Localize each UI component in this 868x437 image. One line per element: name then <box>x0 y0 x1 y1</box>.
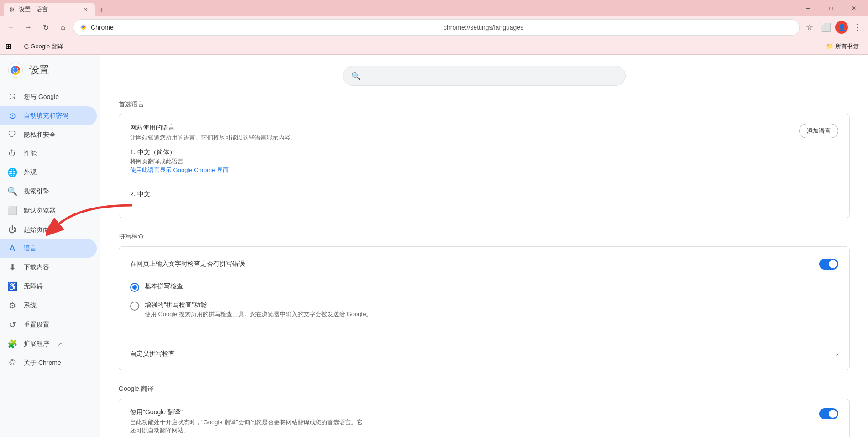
enhanced-spellcheck-radio[interactable] <box>130 302 139 311</box>
sidebar-item-performance[interactable]: ⏱ 性能 <box>0 144 97 163</box>
chrome-label: Chrome <box>91 24 440 31</box>
titlebar: ⚙ 设置 - 语言 ✕ + ─ □ ✕ <box>0 0 868 16</box>
forward-button[interactable]: → <box>21 20 36 35</box>
about-icon: © <box>7 358 17 368</box>
sidebar-item-browser[interactable]: ⬜ 默认浏览器 <box>0 201 97 220</box>
menu-icon[interactable]: ⋮ <box>850 20 864 35</box>
website-language-card: 网站使用的语言 让网站知道您所用的语言。它们将尽可能以这些语言显示内容。 添加语… <box>119 114 850 218</box>
new-tab-button[interactable]: + <box>95 4 108 16</box>
basic-spellcheck-radio[interactable] <box>130 283 139 292</box>
reload-button[interactable]: ↻ <box>38 20 53 35</box>
autofill-icon: ⊙ <box>7 111 17 121</box>
apps-icon[interactable]: ⊞ <box>5 42 11 51</box>
bm-all-bookmarks[interactable]: 📁 所有书签 <box>822 41 863 52</box>
sidebar-item-accessibility[interactable]: ♿ 无障碍 <box>0 277 97 296</box>
extensions-sidebar-icon: 🧩 <box>7 339 17 349</box>
lang-item-2-content: 2. 中文 <box>130 190 824 199</box>
svg-point-3 <box>13 68 18 73</box>
performance-icon: ⏱ <box>7 149 17 158</box>
gt-toggle-row: 使用"Google 翻译" 当此功能处于开启状态时，"Google 翻译"会询问… <box>130 408 838 435</box>
all-bookmarks-label: 所有书签 <box>835 42 859 51</box>
bm-google-icon: G <box>24 43 29 50</box>
spellcheck-title: 拼写检查 <box>119 233 850 241</box>
lang-2-menu-button[interactable]: ⋮ <box>824 187 838 202</box>
lang-2-num-name: 2. 中文 <box>130 190 824 198</box>
sidebar-item-google[interactable]: G 您与 Google <box>0 88 97 106</box>
home-button[interactable]: ⌂ <box>56 20 70 35</box>
basic-spellcheck-option[interactable]: 基本拼写检查 <box>130 278 838 297</box>
bookmark-star-icon[interactable]: ☆ <box>802 20 817 35</box>
gt-card-desc: 当此功能处于开启状态时，"Google 翻译"会询问您是否要将网站翻译成您的首选… <box>130 418 367 435</box>
maximize-button[interactable]: □ <box>821 0 842 16</box>
gt-card-title: 使用"Google 翻译" <box>130 408 367 416</box>
settings-title: 设置 <box>29 63 49 77</box>
active-tab[interactable]: ⚙ 设置 - 语言 ✕ <box>4 3 95 16</box>
chevron-right-icon: › <box>836 350 838 358</box>
basic-spellcheck-label: 基本拼写检查 <box>145 282 183 291</box>
spellcheck-toggle-knob <box>829 260 837 268</box>
profile-icon[interactable]: 👤 <box>835 21 848 34</box>
google-translate-card: 使用"Google 翻译" 当此功能处于开启状态时，"Google 翻译"会询问… <box>119 399 850 437</box>
gt-text: 使用"Google 翻译" 当此功能处于开启状态时，"Google 翻译"会询问… <box>130 408 367 435</box>
sidebar-item-privacy[interactable]: 🛡 隐私和安全 <box>0 125 97 144</box>
toolbar-icons: ☆ ⬜ 👤 ⋮ <box>802 20 864 35</box>
sidebar-item-about[interactable]: © 关于 Chrome <box>0 354 97 372</box>
lang-1-menu-button[interactable]: ⋮ <box>824 154 838 169</box>
minimize-button[interactable]: ─ <box>798 0 819 16</box>
close-button[interactable]: ✕ <box>843 0 864 16</box>
bm-google-translate[interactable]: G Google 翻译 <box>20 41 67 52</box>
sidebar-label-accessibility: 无障碍 <box>24 282 43 291</box>
content-area: 🔍 首选语言 网站使用的语言 让网站知道您所用的语言。它们将尽可能以这些语言显示… <box>100 55 868 437</box>
spellcheck-card: 在网页上输入文字时检查是否有拼写错误 基本拼写检查 <box>119 246 850 370</box>
back-button[interactable]: ← <box>4 20 18 35</box>
enhanced-spellcheck-option[interactable]: 增强的"拼写检查"功能 使用 Google 搜索所用的拼写检查工具。您在浏览器中… <box>130 297 838 323</box>
sidebar-item-autofill[interactable]: ⊙ 自动填充和密码 <box>0 106 97 125</box>
sidebar-item-extensions[interactable]: 🧩 扩展程序 ↗ <box>0 334 97 354</box>
google-translate-title: Google 翻译 <box>119 385 850 393</box>
extensions-icon[interactable]: ⬜ <box>819 20 833 35</box>
sidebar-label-performance: 性能 <box>24 150 37 158</box>
google-icon: G <box>7 92 17 102</box>
sidebar-label-reset: 重置设置 <box>24 321 49 329</box>
sidebar-label-browser: 默认浏览器 <box>24 207 56 215</box>
search-engine-icon: 🔍 <box>7 187 17 197</box>
sidebar-item-reset[interactable]: ↺ 重置设置 <box>0 315 97 334</box>
tab-strip: ⚙ 设置 - 语言 ✕ + <box>4 0 798 16</box>
add-language-button[interactable]: 添加语言 <box>799 124 838 138</box>
custom-spellcheck-row[interactable]: 自定义拼写检查 › <box>130 343 838 361</box>
addressbar-row: ← → ↻ ⌂ Chrome chrome://settings/languag… <box>0 16 868 38</box>
browser-icon: ⬜ <box>7 206 17 216</box>
lang-1-link[interactable]: 使用此语言显示 Google Chrome 界面 <box>130 166 229 173</box>
sidebar-label-privacy: 隐私和安全 <box>24 131 56 139</box>
lang-header-text: 网站使用的语言 让网站知道您所用的语言。它们将尽可能以这些语言显示内容。 <box>130 124 296 142</box>
appearance-icon: 🌐 <box>7 167 17 177</box>
spellcheck-toggle-row: 在网页上输入文字时检查是否有拼写错误 <box>130 256 838 272</box>
sidebar-item-appearance[interactable]: 🌐 外观 <box>0 163 97 182</box>
bm-google-translate-label: Google 翻译 <box>31 42 63 51</box>
search-input[interactable] <box>365 72 617 79</box>
sidebar-item-startup[interactable]: ⏻ 起始页面 <box>0 220 97 239</box>
gt-card-section: 使用"Google 翻译" 当此功能处于开启状态时，"Google 翻译"会询问… <box>119 399 849 437</box>
folder-icon: 📁 <box>826 43 833 50</box>
sidebar-item-downloads[interactable]: ⬇ 下载内容 <box>0 258 97 277</box>
sidebar-item-search[interactable]: 🔍 搜索引擎 <box>0 182 97 201</box>
spellcheck-radio-group: 基本拼写检查 增强的"拼写检查"功能 使用 Google 搜索所用的拼写检查工具… <box>130 272 838 325</box>
sidebar-item-languages[interactable]: A 语言 <box>0 239 97 258</box>
website-lang-title: 网站使用的语言 <box>130 124 296 132</box>
sidebar-label-search: 搜索引擎 <box>24 187 49 196</box>
language-icon: A <box>7 244 17 253</box>
google-translate-toggle[interactable] <box>819 408 838 419</box>
language-item-2: 2. 中文 ⋮ <box>130 181 838 208</box>
spellcheck-toggle[interactable] <box>819 259 838 270</box>
lang-1-num-name: 1. 中文（简体） <box>130 148 824 156</box>
tab-favicon: ⚙ <box>9 6 15 13</box>
custom-spellcheck-label: 自定义拼写检查 <box>130 350 836 358</box>
website-lang-section: 网站使用的语言 让网站知道您所用的语言。它们将尽可能以这些语言显示内容。 添加语… <box>119 114 849 218</box>
sidebar-item-system[interactable]: ⚙ 系统 <box>0 296 97 315</box>
address-bar[interactable]: Chrome chrome://settings/languages <box>73 19 800 36</box>
tab-close-button[interactable]: ✕ <box>81 5 89 14</box>
sidebar-label-downloads: 下载内容 <box>24 263 49 271</box>
website-lang-desc: 让网站知道您所用的语言。它们将尽可能以这些语言显示内容。 <box>130 134 296 142</box>
bookmarks-bar: ⊞ | G Google 翻译 📁 所有书签 <box>0 38 868 55</box>
sidebar: 设置 G 您与 Google ⊙ 自动填充和密码 🛡 隐私和安全 ⏱ 性能 🌐 <box>0 55 100 437</box>
